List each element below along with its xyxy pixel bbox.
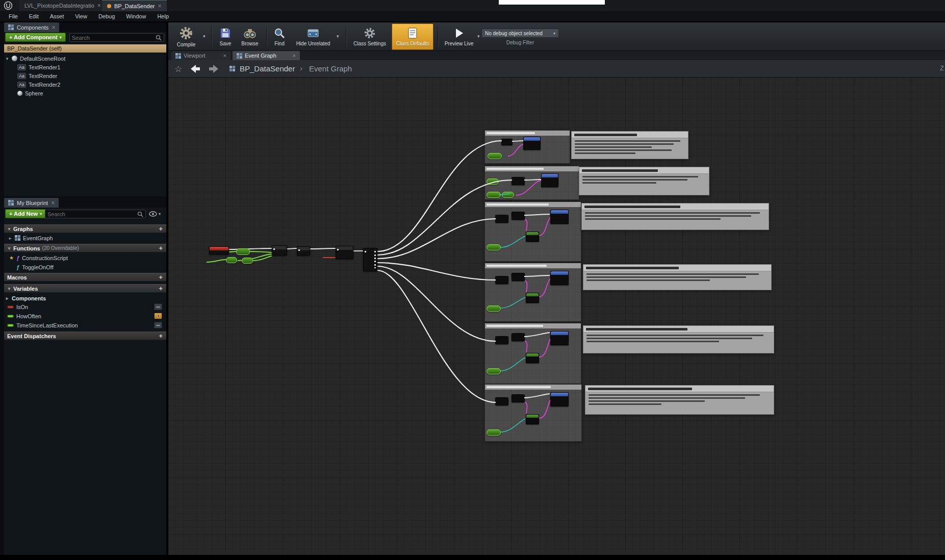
main-area: Compile ▾ Save Browse Find Hide Unrelate… — [168, 22, 945, 555]
variable-row-timesincelastexecution[interactable]: TimeSinceLastExecution — [4, 321, 166, 329]
menu-asset[interactable]: Asset — [44, 12, 70, 20]
tree-item-defaultsceneroot[interactable]: ▾ DefaultSceneRoot — [4, 54, 166, 63]
expander-icon[interactable]: ▾ — [5, 56, 9, 61]
expander-icon[interactable]: ▾ — [7, 286, 11, 291]
variables-section-header[interactable]: ▾ Variables + — [4, 284, 166, 293]
preview-live-caret[interactable]: ▾ — [477, 34, 480, 39]
debug-object-dropdown[interactable]: No debug object selected ▾ — [481, 29, 559, 38]
eye-closed-icon[interactable] — [154, 322, 162, 328]
menu-help[interactable]: Help — [151, 12, 174, 20]
variable-row-howoften[interactable]: HowOften — [4, 312, 166, 320]
tree-item-textrender[interactable]: Aa TextRender — [4, 71, 166, 80]
toolbar-separator — [211, 27, 212, 47]
expander-icon[interactable]: ▾ — [7, 246, 11, 251]
add-new-button[interactable]: + Add New ▾ — [5, 209, 46, 218]
my-blueprint-panel-tab[interactable]: My Blueprint × — [4, 198, 59, 208]
float-type-pill — [7, 315, 14, 318]
preview-live-button[interactable]: Preview Live — [441, 23, 477, 50]
save-floppy-icon — [219, 27, 232, 39]
custom-event-node[interactable] — [209, 246, 229, 254]
close-icon[interactable]: × — [51, 199, 55, 207]
add-macro-button[interactable]: + — [159, 273, 163, 281]
sphere-icon — [17, 91, 22, 96]
star-icon: ★ — [9, 255, 14, 261]
expander-icon[interactable]: ▾ — [7, 226, 11, 232]
menu-window[interactable]: Window — [120, 12, 151, 20]
add-variable-button[interactable]: + — [159, 285, 163, 292]
variable-label: TimeSinceLastExecution — [16, 322, 78, 328]
variable-getter-node[interactable] — [236, 248, 250, 255]
compile-button[interactable]: Compile — [171, 23, 201, 50]
search-input[interactable] — [72, 35, 156, 41]
close-icon[interactable]: × — [158, 3, 162, 9]
graphs-section-header[interactable]: ▾ Graphs + — [4, 224, 166, 233]
breadcrumb-root[interactable]: BP_DataSender — [240, 64, 295, 73]
menu-debug[interactable]: Debug — [93, 12, 120, 20]
unreal-logo-icon — [2, 1, 14, 10]
my-blueprint-search[interactable] — [45, 210, 146, 218]
modified-indicator — [107, 4, 111, 8]
menu-edit[interactable]: Edit — [23, 12, 44, 20]
close-icon[interactable]: × — [52, 24, 55, 31]
functions-section-header[interactable]: ▾ Functions (20 Overridable) + — [4, 244, 166, 252]
asset-tab-level[interactable]: LVL_PixotopeDataIntegratio × — [19, 0, 106, 11]
eye-open-icon[interactable] — [154, 313, 162, 319]
menu-view[interactable]: View — [69, 12, 93, 20]
eye-closed-icon[interactable] — [154, 303, 162, 310]
find-button[interactable]: Find — [269, 23, 290, 50]
close-icon[interactable]: × — [293, 53, 296, 59]
variables-category-components[interactable]: ▸ Components — [4, 294, 166, 302]
breadcrumb: ☆ BP_DataSender › Event Graph Z — [168, 60, 945, 78]
tree-item-textrender1[interactable]: Aa TextRender1 — [4, 63, 166, 71]
macros-section-header[interactable]: Macros + — [4, 273, 166, 282]
forward-arrow-icon[interactable] — [208, 64, 219, 73]
hide-unrelated-caret[interactable]: ▾ — [337, 34, 339, 39]
tree-item-label: Sphere — [25, 90, 43, 96]
browse-button[interactable]: Browse — [238, 23, 262, 50]
event-graph-canvas[interactable] — [168, 78, 945, 555]
add-component-button[interactable]: + Add Component ▾ — [5, 33, 66, 42]
add-function-button[interactable]: + — [159, 244, 163, 252]
add-event-dispatcher-button[interactable]: + — [159, 332, 163, 340]
list-item-toggleonoff[interactable]: ƒ ToggleOnOff — [4, 263, 166, 271]
list-item-label: ConstructionScript — [22, 255, 68, 261]
event-dispatchers-section-header[interactable]: Event Dispatchers + — [4, 332, 166, 340]
hide-unrelated-button[interactable]: Hide Unrelated — [292, 23, 335, 50]
category-label: Components — [12, 295, 46, 301]
logic-node[interactable] — [297, 246, 310, 256]
save-button[interactable]: Save — [215, 23, 236, 50]
variable-getter-node[interactable] — [242, 258, 253, 264]
set-node[interactable] — [336, 246, 353, 259]
branch-node[interactable] — [272, 245, 287, 256]
search-input[interactable] — [47, 211, 137, 217]
tab-event-graph[interactable]: Event Graph × — [233, 51, 300, 60]
chevron-down-icon: ▾ — [159, 212, 161, 216]
tree-item-textrender2[interactable]: Aa TextRender2 — [4, 80, 166, 89]
visibility-filter-button[interactable]: ▾ — [149, 210, 164, 218]
close-icon[interactable]: × — [223, 53, 226, 59]
asset-tab-bp-datasender[interactable]: BP_DataSender × — [102, 0, 167, 11]
menu-file[interactable]: File — [3, 12, 23, 20]
components-panel-tab[interactable]: Components × — [4, 22, 59, 32]
list-item-constructionscript[interactable]: ★ ƒ ConstructionScript — [4, 253, 166, 262]
tab-viewport[interactable]: Viewport × — [171, 51, 231, 60]
list-item-eventgraph[interactable]: ▸ EventGraph — [4, 234, 166, 242]
tree-item-sphere[interactable]: Sphere — [4, 89, 166, 97]
back-arrow-icon[interactable] — [190, 64, 201, 73]
self-component-row[interactable]: BP_DataSender (self) — [4, 44, 166, 53]
sequence-node[interactable] — [363, 248, 377, 271]
variable-getter-node[interactable] — [226, 257, 237, 263]
blueprint-icon — [8, 200, 14, 206]
expander-icon[interactable]: ▸ — [5, 296, 9, 301]
favorite-star-icon[interactable]: ☆ — [174, 64, 182, 74]
float-type-pill — [7, 324, 14, 327]
expander-icon[interactable]: ▸ — [8, 236, 12, 241]
add-graph-button[interactable]: + — [159, 225, 163, 233]
components-search[interactable] — [69, 33, 164, 42]
close-icon[interactable]: × — [97, 3, 101, 9]
class-defaults-button[interactable]: Class Defaults — [392, 23, 433, 50]
variable-row-ison[interactable]: IsOn — [4, 302, 166, 311]
class-settings-button[interactable]: Class Settings — [349, 23, 391, 50]
compile-options-caret[interactable]: ▾ — [203, 34, 206, 39]
graph-node-icon — [307, 27, 320, 39]
